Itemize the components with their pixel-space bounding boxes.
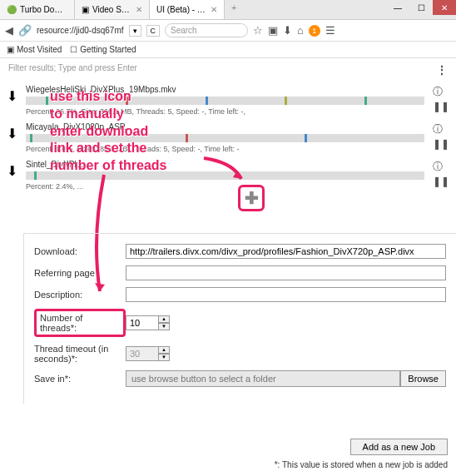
threads-input[interactable] [126, 315, 159, 330]
pocket-icon[interactable]: ▣ [268, 24, 278, 37]
page-icon: ☐ [70, 45, 77, 54]
footnote-text: *: This value is stored when a new job i… [275, 460, 448, 469]
download-arrow-icon: ⬇ [7, 163, 17, 179]
stepper-down-icon[interactable]: ▼ [158, 354, 170, 361]
description-input[interactable] [126, 287, 446, 302]
bookmark-most-visited[interactable]: ▣Most Visited [7, 45, 62, 54]
annotation-text: use this icon to manually enter download… [50, 88, 166, 175]
download-form: Download: Referring page Description: Nu… [23, 233, 456, 404]
timeout-input[interactable] [126, 346, 159, 361]
pause-icon[interactable]: ❚❚ [433, 176, 449, 187]
minimize-button[interactable]: — [386, 0, 409, 15]
search-input[interactable]: Search [165, 23, 248, 37]
kebab-menu-icon[interactable]: ⋮ [436, 63, 448, 77]
timeout-label: Thread timeout (in seconds)*: [34, 344, 126, 364]
bookmarks-bar: ▣Most Visited ☐Getting Started [0, 42, 456, 58]
close-icon[interactable]: ✕ [136, 5, 142, 14]
alert-badge[interactable]: 1 [309, 25, 320, 37]
add-job-button[interactable]: Add as a new Job [350, 439, 448, 455]
download-label: Download: [34, 246, 126, 256]
reload-icon[interactable]: C [146, 25, 161, 37]
tab-bar: 🟢Turbo Downloa... ▣Video Samples ...✕ UI… [0, 0, 456, 20]
description-label: Description: [34, 290, 126, 300]
menu-icon[interactable]: ☰ [325, 24, 335, 37]
stepper-down-icon[interactable]: ▼ [158, 323, 170, 330]
close-icon[interactable]: ✕ [211, 5, 217, 14]
url-field[interactable]: resource://jid0-dsq67mf [37, 26, 124, 35]
tab-ui[interactable]: UI (Beta) - T...✕ [150, 0, 225, 19]
download-url-input[interactable] [126, 244, 446, 259]
home-icon[interactable]: ⌂ [297, 24, 304, 37]
download-icon[interactable]: ⬇ [283, 24, 292, 37]
stepper-up-icon[interactable]: ▲ [158, 315, 170, 323]
referring-input[interactable] [126, 265, 446, 280]
threads-label: Number of threads*: [34, 309, 126, 337]
stepper-up-icon[interactable]: ▲ [158, 346, 170, 354]
close-window-button[interactable]: ✕ [433, 0, 456, 15]
savein-label: Save in*: [34, 374, 126, 384]
address-bar: ◀ 🔗 resource://jid0-dsq67mf ▾ C Search ☆… [0, 20, 456, 42]
filter-input[interactable]: Filter results; Type and press Enter [8, 63, 137, 77]
savein-input[interactable] [126, 370, 400, 387]
bookmark-getting-started[interactable]: ☐Getting Started [70, 45, 136, 54]
tab-turbo[interactable]: 🟢Turbo Downloa... [0, 0, 75, 19]
pause-icon[interactable]: ❚❚ [433, 101, 449, 112]
info-icon[interactable]: ⓘ [433, 122, 449, 136]
star-icon[interactable]: ☆ [253, 24, 263, 37]
add-download-button[interactable]: ✚ [238, 185, 265, 211]
globe-icon: 🔗 [18, 24, 32, 37]
annotation-arrow-icon [200, 154, 250, 187]
download-arrow-icon: ⬇ [7, 126, 17, 141]
page-icon: ▣ [7, 45, 14, 54]
referring-label: Referring page [34, 268, 126, 278]
info-icon[interactable]: ⓘ [433, 160, 449, 174]
download-arrow-icon: ⬇ [7, 88, 17, 104]
tab-video[interactable]: ▣Video Samples ...✕ [75, 0, 150, 19]
dropdown-icon[interactable]: ▾ [129, 25, 141, 37]
pause-icon[interactable]: ❚❚ [433, 138, 449, 150]
browse-button[interactable]: Browse [400, 370, 446, 387]
info-icon[interactable]: ⓘ [433, 85, 449, 99]
maximize-button[interactable]: ☐ [409, 0, 433, 15]
new-tab-button[interactable]: + [225, 0, 243, 19]
back-icon[interactable]: ◀ [5, 24, 13, 37]
